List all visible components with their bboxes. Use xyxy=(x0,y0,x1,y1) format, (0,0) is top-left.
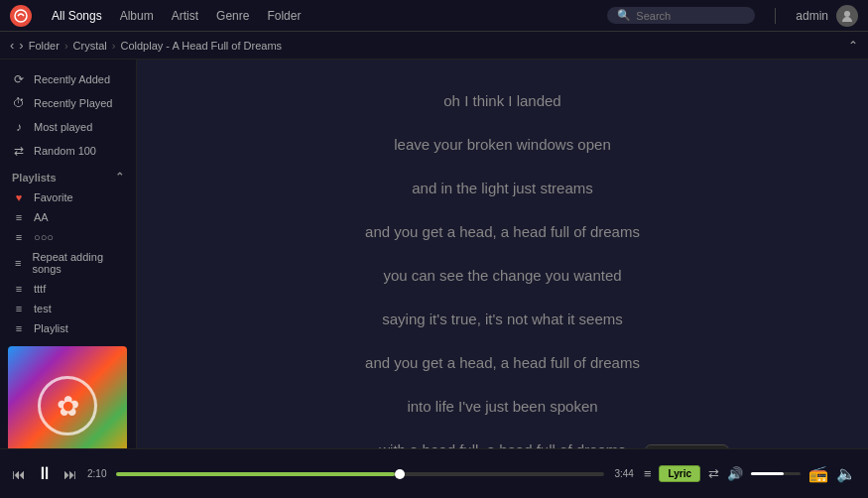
volume-icon: 🔊 xyxy=(727,466,743,481)
shuffle-button[interactable]: ⇄ xyxy=(708,466,719,481)
search-input[interactable] xyxy=(636,10,745,22)
top-nav: All Songs Album Artist Genre Folder 🔍 ad… xyxy=(0,0,868,32)
lyric-line-8[interactable]: with a head full, a head full of dreams xyxy=(177,429,828,448)
search-icon: 🔍 xyxy=(617,9,631,22)
app-logo xyxy=(10,5,32,27)
recently-added-icon: ⟳ xyxy=(12,72,26,86)
playlists-collapse[interactable]: ⌃ xyxy=(115,171,124,184)
tab-folder[interactable]: Folder xyxy=(267,7,301,25)
main-content: ⟳ Recently Added ⏱ Recently Played ♪ Mos… xyxy=(0,60,868,448)
lyric-line-5[interactable]: saying it's true, it's not what it seems xyxy=(177,298,828,341)
nav-tabs: All Songs Album Artist Genre Folder xyxy=(52,7,587,25)
playlists-header: Playlists ⌃ xyxy=(0,163,136,187)
total-time: 3:44 xyxy=(614,468,633,479)
playlist-dots-icon: ≡ xyxy=(12,231,26,243)
playlist-aa[interactable]: ≡ AA xyxy=(0,207,136,227)
lyric-line-2[interactable]: and in the light just streams xyxy=(177,167,828,210)
playlist-dots[interactable]: ≡ ○○○ xyxy=(0,227,136,247)
breadcrumb-folder[interactable]: Folder xyxy=(29,40,60,52)
playlist-test-icon: ≡ xyxy=(12,303,26,314)
volume-fill xyxy=(751,472,784,475)
current-time: 2:10 xyxy=(87,468,106,479)
playlist-favorite[interactable]: ♥ Favorite xyxy=(0,187,136,207)
playlist-repeat[interactable]: ≡ Repeat adding songs xyxy=(0,247,136,279)
search-box: 🔍 xyxy=(607,7,755,24)
lyrics-area: oh I think I landed leave your broken wi… xyxy=(137,60,868,448)
speaker-button[interactable]: 🔈 xyxy=(836,464,856,483)
breadcrumb-album[interactable]: Coldplay - A Head Full of Dreams xyxy=(120,40,282,52)
most-played-icon: ♪ xyxy=(12,120,26,134)
playlist-tttf-icon: ≡ xyxy=(12,283,26,295)
sidebar-item-most-played[interactable]: ♪ Most played xyxy=(0,115,136,139)
recently-played-icon: ⏱ xyxy=(12,96,26,110)
divider xyxy=(775,8,776,24)
bc-sep-2: › xyxy=(112,40,116,52)
player-right: ≡ Lyric ⇄ 🔊 📻 🔈 xyxy=(644,464,856,483)
random-icon: ⇄ xyxy=(12,144,26,158)
user-area: admin xyxy=(796,5,858,27)
album-art-flower xyxy=(38,376,97,436)
expand-icon[interactable]: ⌃ xyxy=(848,39,858,53)
sidebar: ⟳ Recently Added ⏱ Recently Played ♪ Mos… xyxy=(0,60,137,448)
lyric-line-0[interactable]: oh I think I landed xyxy=(177,79,828,123)
lyric-line-7[interactable]: into life I've just been spoken xyxy=(177,385,828,429)
playlist-aa-icon: ≡ xyxy=(12,211,26,223)
tab-artist[interactable]: Artist xyxy=(172,7,198,25)
progress-dot[interactable] xyxy=(395,469,405,479)
breadcrumb-bar: ‹ › Folder › Crystal › Coldplay - A Head… xyxy=(0,32,868,60)
tab-all-songs[interactable]: All Songs xyxy=(52,7,102,25)
playlist-test[interactable]: ≡ test xyxy=(0,299,136,318)
sidebar-item-recently-played[interactable]: ⏱ Recently Played xyxy=(0,91,136,115)
user-avatar[interactable] xyxy=(836,5,858,27)
tab-album[interactable]: Album xyxy=(120,7,154,25)
prev-button[interactable]: ⏮ xyxy=(12,466,26,482)
svg-point-0 xyxy=(15,10,27,22)
playlist-repeat-icon: ≡ xyxy=(12,257,24,269)
progress-fill xyxy=(116,472,394,476)
next-button[interactable]: ⏭ xyxy=(63,466,77,482)
tab-genre[interactable]: Genre xyxy=(216,7,249,25)
lyric-line-4[interactable]: you can see the change you wanted xyxy=(177,254,828,298)
bc-sep-1: › xyxy=(64,40,68,52)
playlist-tttf[interactable]: ≡ tttf xyxy=(0,279,136,299)
playlist-playlist[interactable]: ≡ Playlist xyxy=(0,318,136,338)
lyric-line-6[interactable]: and you get a head, a head full of dream… xyxy=(177,341,828,385)
lyric-popup: Lyric xyxy=(645,444,729,448)
progress-bar[interactable] xyxy=(116,472,604,476)
play-pause-button[interactable]: ⏸ xyxy=(36,463,54,484)
favorite-icon: ♥ xyxy=(12,191,26,203)
playlist-icon: ≡ xyxy=(12,322,26,334)
sidebar-album-section: A Head Full of Dreams Coldplay ✏ ✕ xyxy=(0,338,136,448)
breadcrumb-crystal[interactable]: Crystal xyxy=(73,40,107,52)
radio-button[interactable]: 📻 xyxy=(808,464,828,483)
album-art xyxy=(8,346,127,448)
lyric-badge[interactable]: Lyric xyxy=(659,465,700,482)
lyric-line-1[interactable]: leave your broken windows open xyxy=(177,123,828,167)
admin-label: admin xyxy=(796,9,828,23)
back-arrow[interactable]: ‹ xyxy=(10,38,14,53)
queue-button[interactable]: ≡ xyxy=(644,466,652,481)
volume-bar[interactable] xyxy=(751,472,801,475)
lyric-line-3[interactable]: and you get a head, a head full of dream… xyxy=(177,210,828,254)
sidebar-item-random[interactable]: ⇄ Random 100 xyxy=(0,139,136,163)
forward-arrow[interactable]: › xyxy=(19,38,23,53)
player-controls: ⏮ ⏸ ⏭ xyxy=(12,463,77,484)
sidebar-item-recently-added[interactable]: ⟳ Recently Added xyxy=(0,67,136,91)
svg-point-1 xyxy=(844,11,850,17)
player-bar: ⏮ ⏸ ⏭ 2:10 3:44 ≡ Lyric ⇄ 🔊 📻 🔈 xyxy=(0,448,868,498)
